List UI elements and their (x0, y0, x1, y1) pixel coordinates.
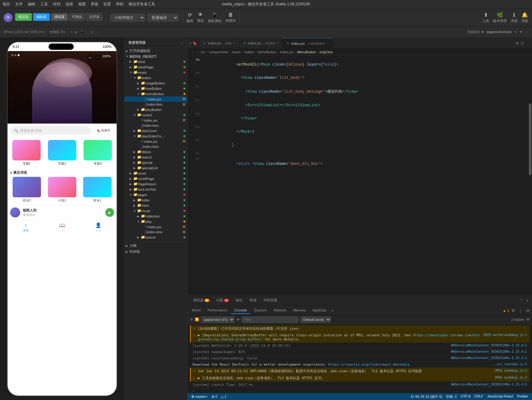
editor-tab-play[interactable]: ⚛ index.jsx ...\play × (199, 38, 239, 49)
tree-control[interactable]: ▼ 📁 control (124, 112, 187, 118)
tree-playcover[interactable]: ▶ 📁 playCover (124, 128, 187, 133)
tree-minepage[interactable]: ▶ 📁 minePage (124, 64, 187, 70)
panel-tab-appdata[interactable]: AppData (309, 307, 329, 314)
scrollbar-thumb[interactable] (529, 103, 531, 175)
subpackages-link[interactable]: WAServiceMainContext_593035188v-2.25.4:1 (451, 350, 527, 353)
log-level-select[interactable]: Default levels (300, 316, 331, 323)
mobile-btn[interactable]: 📱 (80, 30, 84, 34)
tree-playorderco-less[interactable]: {} index.less (124, 144, 187, 149)
launchtime-link[interactable]: WAServiceMainContext_593035188v-2.25.4:1 (451, 383, 527, 386)
eye-toggle[interactable]: 👁 (236, 318, 240, 322)
bc-music[interactable]: music (232, 50, 241, 54)
tree-pages-index[interactable]: ▶ 📁 index (124, 197, 187, 203)
bc-menubutton-class[interactable]: MenuButton (297, 50, 316, 54)
devtools-tab-quality[interactable]: 代码质量 (260, 297, 280, 304)
tree-playorderco-jsx[interactable]: ⚛ index.jsx M (124, 139, 187, 144)
devtools-tab-issues[interactable]: 问题1 (213, 297, 232, 304)
debugger-button[interactable]: 调试器 (51, 13, 68, 21)
panel-filter-icon[interactable]: ⋮ (518, 308, 524, 313)
grid-item-3[interactable]: 专题3 (81, 140, 114, 166)
visible-button[interactable]: 可视化 (69, 13, 85, 21)
tree-play-jsx[interactable]: ⚛ index.jsx M (124, 224, 187, 229)
tab-control-close[interactable]: × (277, 42, 279, 45)
code-area[interactable]: 49 setMaskEl(<Mask close={mClose} layer=… (188, 55, 528, 295)
player-play-button[interactable]: ▶ (105, 208, 114, 217)
breadcrumb-back[interactable]: ← (191, 50, 195, 54)
tree-pages-search[interactable]: ▶ 📁 search (124, 235, 187, 240)
console-filter-input[interactable] (242, 316, 298, 323)
tree-speciallist[interactable]: ▶ 📁 specialList (124, 165, 187, 171)
panel-more-icon[interactable]: » (331, 308, 333, 313)
tree-search[interactable]: ▶ 📁 search (124, 154, 187, 160)
compile-icon[interactable]: ⟳ (188, 12, 192, 18)
console-filter-icon[interactable]: 🔽 (195, 317, 199, 322)
editor-button[interactable]: 编辑器 (33, 13, 50, 21)
devtools-expand-icon[interactable]: ⌃ (518, 298, 524, 304)
tab-menubutton-close[interactable]: × (327, 42, 329, 45)
nav-mine[interactable]: 👤 我的 (80, 221, 117, 234)
media-object-section[interactable]: ▼ MEDIA_OBJECT (124, 54, 187, 59)
lazycodeloading-link[interactable]: WAServiceMainContext_593035188v-2.25.4:1 (451, 356, 527, 360)
tree-button[interactable]: ▼ 📁 button (124, 75, 187, 80)
edit-path-btn[interactable]: ✎ (514, 30, 517, 34)
hero-menu-btn[interactable]: ••• (87, 54, 93, 61)
tree-index-less-menu[interactable]: {} index.less M (124, 102, 187, 107)
play-btn[interactable]: ▶ (75, 30, 78, 34)
tree-pages-mine[interactable]: ▶ 📁 mine (124, 203, 187, 208)
menu-item-select[interactable]: 选择 (66, 2, 73, 7)
tree-novel[interactable]: ▶ 📁 novel (124, 171, 187, 176)
details-icon[interactable]: ℹ (513, 12, 515, 18)
preview-icon[interactable]: 👁 (198, 12, 203, 18)
reactdevtools-file-link[interactable]: ...src_runtime.ts:5 (491, 362, 527, 366)
mode-select[interactable]: 小程序模式 (110, 14, 145, 21)
tablet-btn[interactable]: □ (86, 30, 89, 34)
sharedarraybuffer-link[interactable]: https://developer.chrome.com/blog/enabli… (198, 333, 480, 341)
console-clear-icon[interactable]: ⊘ (190, 317, 193, 322)
devtools-close-icon[interactable]: × (525, 298, 529, 304)
grid-item-2[interactable]: 专题2 (46, 140, 79, 166)
tree-mine[interactable]: ▶ 📁 mine (124, 59, 187, 64)
tree-pages[interactable]: ▼ 📁 pages (124, 192, 187, 197)
tree-music[interactable]: ▼ 📁 music (124, 70, 187, 75)
sharedarraybuffer-file-link[interactable]: VM29 workerasdebug.js:1 (483, 333, 527, 337)
console-settings-icon[interactable]: ⚙ (526, 317, 529, 322)
real-debug-icon[interactable]: 📱 (211, 12, 218, 18)
editor-split-icon[interactable]: ≡ (189, 41, 191, 45)
open-editors-section[interactable]: ▶ 打开的编辑器 (124, 48, 187, 54)
compile-select[interactable]: 普通编译 (147, 14, 178, 21)
version-icon[interactable]: 🌿 (497, 12, 503, 18)
panel-tab-console[interactable]: Console (231, 307, 250, 314)
menu-item-settings[interactable]: 设置 (103, 2, 111, 7)
tree-playorderco[interactable]: ▼ 📁 playOrderCo... (124, 133, 187, 139)
tree-play-less[interactable]: {} index.less M (124, 229, 187, 235)
tree-menubutton[interactable]: ▼ 📁 menuButton (124, 91, 187, 96)
editor-scrollbar[interactable] (528, 55, 532, 295)
menu-item-goto[interactable]: 转到 (53, 2, 61, 7)
hero-dot-btn[interactable]: ○ (95, 54, 101, 61)
menu-item-file[interactable]: 文件 (15, 2, 23, 7)
menu-item-tools[interactable]: 工具 (40, 2, 48, 7)
domain-link[interactable]: VM16 asdebug.js:1 (495, 369, 527, 372)
upload-icon[interactable]: ⬆ (484, 12, 488, 18)
share-btn[interactable]: ↔ (95, 30, 99, 34)
menu-item-interface[interactable]: 界面 (91, 2, 98, 7)
tree-playbutton[interactable]: ▶ 📁 playButton (124, 107, 187, 112)
bc-imgclick[interactable]: imgClick (320, 50, 333, 54)
tree-control-less[interactable]: {} index.less (124, 123, 187, 128)
messages-icon[interactable]: 🔔 (522, 12, 528, 18)
bc-button[interactable]: button (244, 50, 254, 54)
menu-item-wechat[interactable]: 微信开发者工具 (129, 2, 155, 7)
git-branch[interactable]: ✿ master+ (191, 395, 208, 399)
clear-cache-icon[interactable]: 🗑 (228, 12, 233, 18)
bc-components[interactable]: components (209, 50, 228, 54)
tree-special[interactable]: ▶ 📁 special (124, 160, 187, 165)
error-count[interactable]: ⊗ 0 (211, 395, 217, 399)
tree-control-jsx[interactable]: ⚛ index.jsx M (124, 118, 187, 123)
panel-dock-icon[interactable]: ⊟ (525, 308, 531, 313)
warning-count-status[interactable]: △ 1 (221, 395, 226, 399)
hotreload-btn[interactable]: 热重载 开▾ (50, 30, 65, 34)
menu-item-edit[interactable]: 编辑 (28, 2, 35, 7)
recent-item-2[interactable]: 小说1 (45, 177, 79, 203)
menu-item-view[interactable]: 视图 (78, 2, 86, 7)
editor-bookmark-icon[interactable]: 🔖 (193, 41, 197, 45)
